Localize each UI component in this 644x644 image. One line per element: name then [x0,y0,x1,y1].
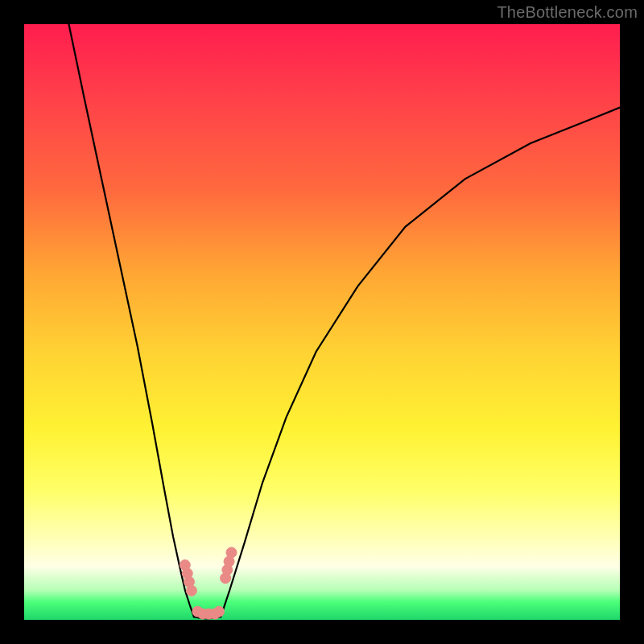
data-marker [186,585,196,596]
data-marker [226,547,237,558]
data-marker [213,606,224,617]
curve-right-branch [221,108,620,617]
curve-left-branch [69,24,194,617]
marker-group [180,547,237,619]
watermark-text: TheBottleneck.com [497,3,638,22]
chart-frame: TheBottleneck.com [0,0,644,644]
curve-layer [24,24,620,620]
plot-area [24,24,620,620]
